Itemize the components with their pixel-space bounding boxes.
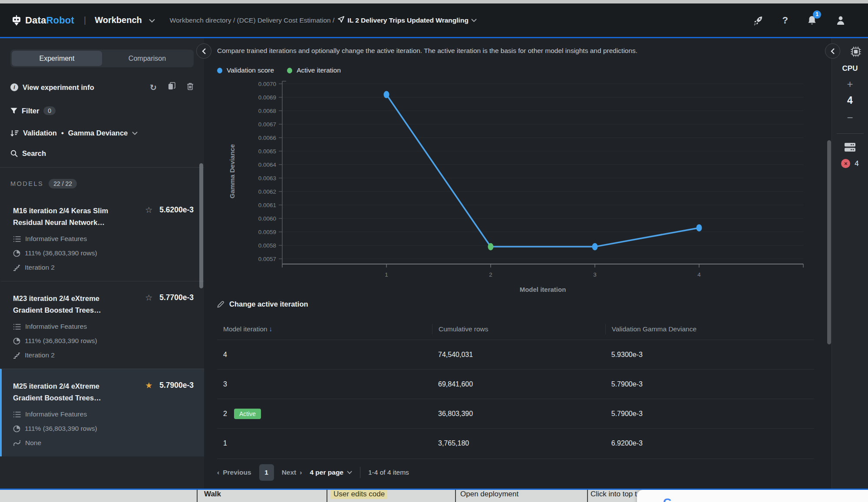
tab-comparison[interactable]: Comparison [102, 51, 192, 66]
iteration-row: Iteration 2 [13, 351, 195, 359]
pie-chart-icon [13, 425, 20, 433]
filter-funnel-icon [10, 108, 17, 114]
per-page-dropdown[interactable]: 4 per page [310, 469, 352, 476]
error-x-icon: × [841, 159, 850, 168]
feature-list-icon [13, 411, 21, 418]
model-name: M23 iteration 2/4 eXtreme Gradient Boost… [13, 293, 129, 316]
svg-text:4: 4 [697, 271, 701, 278]
view-experiment-info-link[interactable]: View experiment info [23, 83, 94, 92]
model-score: 5.6200e-3 [159, 205, 194, 215]
bg-highlighted-cell: User edits code [331, 489, 387, 499]
bg-cell: Open deployment [460, 490, 518, 499]
sort-row[interactable]: Validation • Gamma Deviance [10, 129, 194, 137]
svg-text:Model iteration: Model iteration [520, 286, 566, 293]
model-card-m25-selected[interactable]: M25 iteration 2/4 eXtreme Gradient Boost… [0, 369, 204, 456]
datarobot-logo-icon [11, 15, 22, 26]
brand[interactable]: DataRobot | Workbench [11, 15, 155, 26]
items-count-label: 1-4 of 4 items [368, 469, 409, 476]
column-header-cumulative-rows[interactable]: Cumulative rows [432, 324, 605, 334]
decrease-cpu-button[interactable]: − [847, 113, 853, 122]
star-icon[interactable]: ☆ [145, 293, 152, 303]
svg-text:0.0069: 0.0069 [258, 94, 276, 101]
table-row-iteration-3[interactable]: 3 69,841,600 5.7900e-3 [217, 369, 814, 399]
star-icon-filled[interactable]: ★ [145, 380, 152, 390]
legend-dot-blue [217, 68, 222, 73]
iteration-row: Iteration 2 [13, 264, 195, 271]
model-card-m23[interactable]: M23 iteration 2/4 eXtreme Gradient Boost… [0, 281, 204, 369]
column-header-validation-gamma-deviance[interactable]: Validation Gamma Deviance [605, 324, 814, 334]
bg-cell: Click into top t [591, 490, 637, 499]
experiment-flask-icon [337, 16, 345, 25]
table-row-iteration-1[interactable]: 1 3,765,180 6.9200e-3 [217, 428, 814, 458]
breadcrumb-path[interactable]: Workbench directory / (DCE) Delivery Cos… [170, 17, 335, 24]
main-scrollbar[interactable] [827, 140, 831, 344]
feature-list-row: Informative Features [13, 323, 195, 330]
loop-icon [13, 440, 21, 446]
next-page-button[interactable]: Next› [282, 469, 302, 476]
help-icon[interactable]: ? [782, 15, 788, 26]
rocket-icon[interactable] [753, 15, 763, 26]
legend-validation-score: Validation score [217, 66, 274, 74]
bg-card: G [637, 490, 868, 502]
star-icon[interactable]: ☆ [145, 205, 152, 215]
feature-list-icon [13, 324, 21, 330]
copy-icon[interactable] [168, 82, 175, 92]
brand-name: DataRobot [25, 15, 74, 26]
info-icon: i [10, 83, 18, 91]
pie-chart-icon [13, 337, 20, 345]
breadcrumb[interactable]: Workbench directory / (DCE) Delivery Cos… [170, 16, 477, 25]
pencil-icon [217, 301, 224, 308]
collapse-sidebar-button[interactable] [196, 43, 211, 59]
workspace-switcher[interactable]: Workbench [95, 15, 142, 25]
sidebar-tabs: Experiment Comparison [10, 50, 194, 67]
breadcrumb-current[interactable]: IL 2 Delivery Trips Updated Wrangling [337, 16, 477, 25]
table-row-iteration-4[interactable]: 4 74,540,031 5.9300e-3 [217, 340, 814, 369]
cpu-label: CPU [842, 64, 858, 73]
filter-row[interactable]: Filter 0 [10, 106, 194, 115]
search-label: Search [22, 149, 46, 158]
sort-descending-icon: ↓ [269, 325, 273, 333]
screen: Walk User edits code Open deployment Cli… [0, 0, 868, 502]
change-active-iteration-heading: Change active iteration [217, 300, 827, 308]
svg-text:3: 3 [593, 271, 597, 278]
g-logo-icon: G [663, 496, 672, 502]
experiment-actions: ↻ [150, 82, 194, 92]
divider [360, 467, 360, 478]
model-name: M16 iteration 2/4 Keras Slim Residual Ne… [13, 205, 129, 228]
datarobot-app-window: DataRobot | Workbench Workbench director… [0, 3, 868, 490]
model-card-m16[interactable]: M16 iteration 2/4 Keras Slim Residual Ne… [0, 194, 204, 281]
experiment-info-row: i View experiment info ↻ [10, 82, 194, 92]
page-number-button[interactable]: 1 [259, 464, 274, 481]
sort-icon [10, 130, 19, 137]
increase-cpu-button[interactable]: + [847, 80, 853, 89]
sort-metric-label: Gamma Deviance [68, 129, 128, 137]
previous-page-button[interactable]: ‹Previous [217, 469, 251, 476]
stairs-icon [13, 352, 20, 359]
filter-count-badge: 0 [43, 106, 56, 115]
segmentation-none-row: None [13, 439, 195, 447]
svg-text:0.0062: 0.0062 [258, 188, 276, 195]
header-actions: ? 1 [753, 15, 857, 26]
svg-text:2: 2 [489, 271, 492, 278]
search-row[interactable]: Search [10, 149, 194, 158]
table-row-iteration-2-active[interactable]: 2 Active 36,803,390 5.7900e-3 [217, 399, 814, 428]
delete-trash-icon[interactable] [187, 83, 194, 92]
workers-server-icon [844, 142, 856, 152]
tab-experiment[interactable]: Experiment [12, 51, 102, 66]
experiment-sidebar: Experiment Comparison i View experiment … [0, 38, 204, 489]
collapse-right-panel-button[interactable] [825, 43, 840, 59]
user-profile-icon[interactable] [836, 15, 845, 26]
models-count-badge: 22 / 22 [49, 179, 77, 188]
refresh-icon[interactable]: ↻ [150, 83, 157, 92]
notifications-bell-icon[interactable]: 1 [807, 15, 817, 26]
iteration-table: Model iteration ↓ Cumulative rows Valida… [217, 319, 814, 458]
bg-cell: User edits code [331, 490, 387, 499]
divider [837, 133, 864, 134]
chevron-down-icon [132, 132, 138, 135]
panel-description: Compare trained iterations and optionall… [217, 47, 827, 55]
chevron-down-icon [347, 471, 352, 474]
app-header: DataRobot | Workbench Workbench director… [0, 3, 868, 37]
cpu-chip-icon [850, 46, 861, 57]
column-header-model-iteration[interactable]: Model iteration ↓ [217, 325, 432, 333]
svg-text:Gamma Deviance: Gamma Deviance [228, 144, 236, 198]
